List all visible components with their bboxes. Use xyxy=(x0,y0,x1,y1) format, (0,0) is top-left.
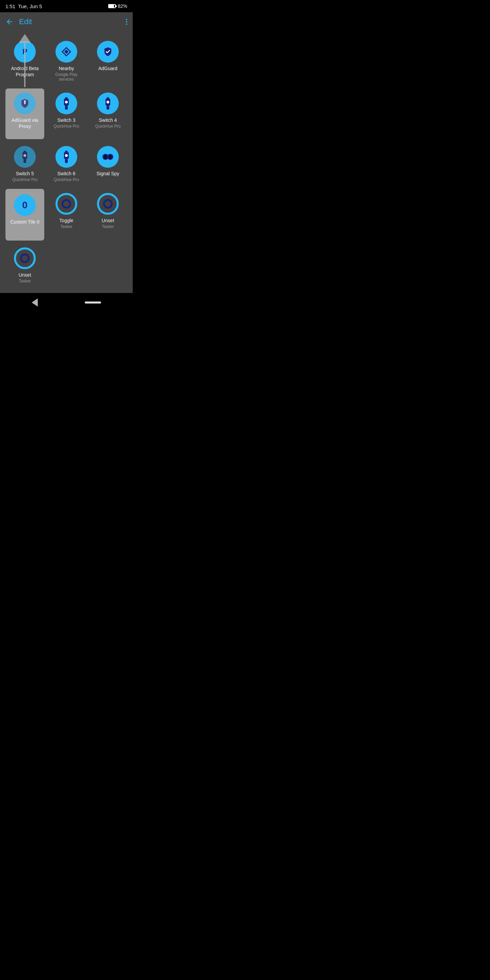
tile-icon-adguard-proxy xyxy=(14,92,36,115)
status-bar: 1:51 Tue, Jun 5 82% xyxy=(0,0,133,12)
zero-icon: 0 xyxy=(22,200,27,211)
tile-subtitle-unset1: Tasker xyxy=(102,224,114,229)
tile-switch5[interactable]: Switch 5 QuickHue Pro xyxy=(5,142,44,186)
svg-point-22 xyxy=(105,156,106,158)
tile-name-switch4: Switch 4 xyxy=(99,117,117,123)
status-left: 1:51 Tue, Jun 5 xyxy=(5,3,42,9)
svg-point-5 xyxy=(65,101,68,103)
svg-rect-24 xyxy=(108,156,108,157)
svg-point-1 xyxy=(65,50,68,53)
tile-icon-unset1 xyxy=(97,193,119,215)
svg-rect-2 xyxy=(65,97,68,99)
date: Tue, Jun 5 xyxy=(18,3,42,9)
tile-subtitle-custom-tile-0: Custom Quick Settings xyxy=(8,226,41,235)
tile-icon-custom-tile-0: 0 xyxy=(14,194,36,216)
ring-icon-unset1 xyxy=(103,199,113,208)
ring-icon-unset2 xyxy=(20,253,30,263)
svg-rect-10 xyxy=(24,151,26,152)
tile-subtitle-switch3: QuickHue Pro xyxy=(54,124,79,129)
tile-name-signal-spy: Signal Spy xyxy=(97,170,119,177)
tile-name-unset1: Unset xyxy=(102,218,115,224)
battery-icon xyxy=(108,4,116,8)
tile-subtitle-adguard-proxy: AdGuard xyxy=(17,130,33,135)
content-area: P Android Beta Program Nearby Google Pla… xyxy=(0,31,133,293)
tile-icon-switch4 xyxy=(97,92,119,115)
tile-unset2[interactable]: Unset Tasker xyxy=(5,243,44,288)
ring-icon xyxy=(62,199,71,208)
back-button[interactable] xyxy=(5,18,14,26)
tile-icon-toggle xyxy=(56,193,77,215)
battery-level: 82% xyxy=(118,3,127,9)
home-nav-pill[interactable] xyxy=(85,301,101,304)
svg-text:P: P xyxy=(22,47,27,56)
tile-subtitle-unset2: Tasker xyxy=(19,279,30,283)
svg-rect-16 xyxy=(65,159,68,163)
navigation-bar xyxy=(0,293,133,312)
tile-name-switch6: Switch 6 xyxy=(57,170,76,177)
time: 1:51 xyxy=(5,3,15,9)
tile-name-nearby: Nearby xyxy=(59,65,74,72)
tile-signal-spy[interactable]: Signal Spy xyxy=(89,142,127,186)
tile-switch3[interactable]: Switch 3 QuickHue Pro xyxy=(47,89,86,139)
tile-icon-switch6 xyxy=(56,146,77,168)
tile-adguard-proxy[interactable]: AdGuard via Proxy AdGuard xyxy=(5,89,44,139)
svg-point-23 xyxy=(110,156,111,158)
tile-name-adguard-proxy: AdGuard via Proxy xyxy=(8,117,41,129)
tile-unset1[interactable]: Unset Tasker xyxy=(89,189,127,240)
tile-icon-unset2 xyxy=(14,247,36,269)
status-right: 82% xyxy=(108,3,127,9)
svg-point-17 xyxy=(65,154,68,157)
svg-point-13 xyxy=(24,154,26,157)
tile-wrapper-adguard-proxy: AdGuard via Proxy AdGuard xyxy=(5,89,44,139)
tile-name-unset2: Unset xyxy=(19,272,31,278)
page-title: Edit xyxy=(19,18,126,26)
tiles-grid: P Android Beta Program Nearby Google Pla… xyxy=(5,37,127,288)
tile-icon-switch5 xyxy=(14,146,36,168)
app-bar: Edit xyxy=(0,12,133,31)
svg-rect-12 xyxy=(24,159,26,163)
tile-name-adguard: AdGuard xyxy=(98,65,118,72)
tile-name-custom-tile-0: Custom Tile 0 xyxy=(10,219,40,225)
tile-custom-tile-0[interactable]: 0 Custom Tile 0 Custom Quick Settings xyxy=(5,189,44,240)
tile-subtitle-switch4: QuickHue Pro xyxy=(95,124,121,129)
tile-name-switch5: Switch 5 xyxy=(16,170,34,177)
tile-toggle[interactable]: Toggle Tasker xyxy=(47,189,86,240)
svg-rect-8 xyxy=(107,105,109,110)
tile-nearby[interactable]: Nearby Google Play services xyxy=(47,37,86,86)
tile-icon-signal-spy xyxy=(97,146,119,168)
tile-name-android-beta: Android Beta Program xyxy=(8,65,41,78)
tile-switch4[interactable]: Switch 4 QuickHue Pro xyxy=(89,89,127,139)
tile-subtitle-toggle: Tasker xyxy=(60,224,72,229)
tile-icon-android-beta: P xyxy=(14,41,36,63)
tile-adguard[interactable]: AdGuard xyxy=(89,37,127,86)
tile-subtitle-nearby: Google Play services xyxy=(50,72,83,82)
svg-rect-14 xyxy=(65,151,68,152)
svg-point-9 xyxy=(107,101,109,103)
tile-switch6[interactable]: Switch 6 QuickHue Pro xyxy=(47,142,86,186)
tile-name-toggle: Toggle xyxy=(59,218,73,224)
back-nav-icon[interactable] xyxy=(32,298,38,307)
tile-subtitle-switch5: QuickHue Pro xyxy=(12,177,38,182)
tile-subtitle-switch6: QuickHue Pro xyxy=(54,177,79,182)
tile-name-switch3: Switch 3 xyxy=(57,117,76,123)
svg-rect-6 xyxy=(107,97,109,99)
tile-icon-switch3 xyxy=(56,92,77,115)
tile-android-beta[interactable]: P Android Beta Program xyxy=(5,37,44,86)
tile-icon-nearby xyxy=(56,41,77,63)
more-options-button[interactable] xyxy=(126,19,127,25)
svg-rect-4 xyxy=(65,105,68,110)
tile-icon-adguard xyxy=(97,41,119,63)
